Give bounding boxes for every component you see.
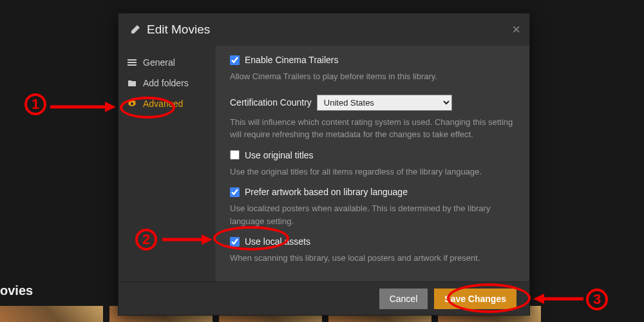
sidebar-item-add-folders[interactable]: Add folders (118, 73, 215, 93)
setting-help: Allow Cinema Trailers to play before ite… (230, 70, 515, 83)
setting-label: Certification Country (230, 97, 312, 108)
svg-rect-2 (128, 64, 137, 66)
close-button[interactable]: × (512, 21, 520, 38)
setting-help: When scanning this library, use local po… (230, 252, 515, 265)
setting-label: Prefer artwork based on library language (245, 187, 408, 197)
local-assets-checkbox[interactable] (230, 237, 240, 247)
annotation-arrow-3 (533, 292, 583, 305)
modal-header: Edit Movies × (118, 14, 529, 46)
setting-help: Use localized posters when available. Th… (230, 202, 515, 227)
setting-label: Use original titles (245, 150, 314, 160)
original-titles-checkbox[interactable] (230, 150, 240, 160)
enable-trailers-checkbox[interactable] (230, 55, 240, 65)
cert-country-select[interactable]: United States (317, 95, 452, 111)
annotation-number-1: 1 (24, 93, 46, 115)
setting-label: Use local assets (245, 236, 310, 247)
sidebar-item-label: General (143, 57, 175, 68)
sidebar-item-advanced[interactable]: Advanced (118, 93, 215, 114)
modal-title: Edit Movies (147, 23, 210, 37)
modal-footer: Cancel Save Changes (118, 281, 529, 315)
svg-marker-9 (533, 294, 544, 304)
thumb[interactable] (0, 306, 103, 322)
save-button[interactable]: Save Changes (434, 289, 516, 309)
page-section-title: ovies (0, 283, 33, 298)
sidebar-item-label: Advanced (143, 99, 183, 109)
setting-cert-country: Certification Country United States (230, 95, 515, 111)
svg-marker-5 (105, 102, 116, 112)
pencil-icon (130, 24, 140, 35)
setting-help: This will influence which content rating… (230, 116, 515, 141)
setting-local-assets: Use local assets (230, 236, 515, 247)
sidebar: General Add folders Advanced (118, 46, 215, 281)
folder-icon (128, 79, 137, 88)
sidebar-item-label: Add folders (143, 78, 189, 88)
annotation-number-3: 3 (586, 289, 608, 310)
menu-icon (128, 58, 137, 67)
setting-label: Enable Cinema Trailers (245, 55, 339, 65)
svg-rect-0 (128, 59, 137, 61)
gear-icon (128, 99, 137, 108)
svg-point-3 (131, 102, 133, 105)
svg-rect-1 (128, 62, 137, 63)
settings-panel[interactable]: Enable Cinema Trailers Allow Cinema Trai… (215, 46, 529, 281)
setting-original-titles: Use original titles (230, 150, 515, 160)
setting-enable-trailers: Enable Cinema Trailers (230, 55, 515, 65)
setting-help: Use the original titles for all items re… (230, 166, 515, 178)
cancel-button[interactable]: Cancel (379, 289, 428, 309)
setting-prefer-artwork: Prefer artwork based on library language (230, 187, 515, 197)
prefer-artwork-checkbox[interactable] (230, 187, 240, 197)
edit-movies-modal: Edit Movies × General Add folders Advanc… (118, 13, 530, 316)
sidebar-item-general[interactable]: General (118, 52, 215, 73)
annotation-arrow-1 (50, 100, 116, 113)
